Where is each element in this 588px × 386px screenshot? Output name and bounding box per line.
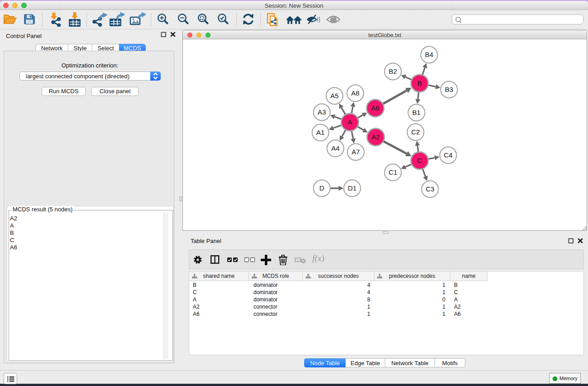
svg-text:C3: C3	[425, 185, 434, 193]
svg-text:B3: B3	[445, 86, 453, 93]
svg-text:C4: C4	[444, 151, 452, 159]
svg-text:A8: A8	[351, 89, 359, 97]
svg-text:A3: A3	[318, 108, 326, 116]
svg-text:D1: D1	[348, 184, 356, 192]
svg-text:A1: A1	[316, 129, 325, 136]
svg-text:A4: A4	[331, 144, 339, 152]
svg-text:A5: A5	[330, 92, 339, 100]
svg-text:A6: A6	[371, 104, 379, 112]
svg-text:B2: B2	[389, 67, 397, 75]
svg-text:C: C	[417, 157, 422, 164]
svg-text:D: D	[320, 184, 325, 192]
svg-text:A2: A2	[372, 133, 380, 141]
svg-text:C2: C2	[411, 128, 420, 136]
svg-text:A7: A7	[352, 148, 360, 156]
svg-text:B: B	[417, 79, 422, 87]
svg-text:A: A	[348, 118, 352, 126]
svg-text:B4: B4	[425, 51, 433, 58]
svg-text:B1: B1	[412, 109, 421, 116]
svg-text:C1: C1	[388, 168, 397, 176]
